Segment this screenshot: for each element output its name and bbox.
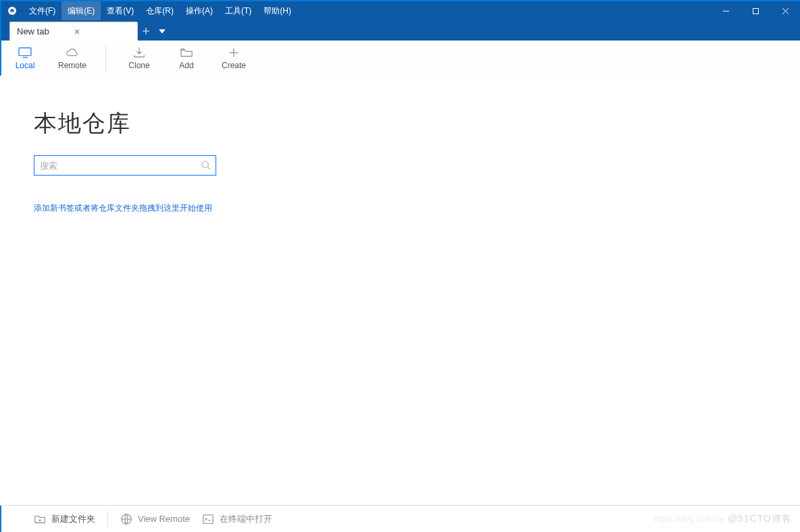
page-title: 本地仓库 [34,108,766,139]
empty-state-hint[interactable]: 添加新书签或者将仓库文件夹拖拽到这里开始使用 [34,203,766,214]
sb-separator [107,512,108,527]
svg-rect-2 [11,11,12,15]
download-icon [132,47,147,59]
sb-new-folder-label: 新建文件夹 [51,513,95,525]
close-button[interactable] [770,1,800,20]
folder-plus-icon [34,513,46,525]
tab-new[interactable]: New tab × [9,22,138,41]
tab-bar: New tab × [1,20,800,41]
svg-point-14 [202,161,208,167]
globe-icon [120,513,132,525]
nav-remote[interactable]: Remote [49,41,96,76]
sb-open-terminal[interactable]: 在终端中打开 [202,513,272,525]
monitor-icon [18,47,32,59]
folder-open-icon [179,47,194,59]
search-wrap [34,155,216,176]
action-create-label: Create [222,61,246,70]
svg-rect-4 [753,8,758,14]
sb-new-folder[interactable]: 新建文件夹 [34,513,95,525]
action-add[interactable]: Add [163,41,210,76]
minimize-button[interactable] [711,1,741,20]
menu-help[interactable]: 帮助(H) [257,1,297,20]
tab-dropdown-button[interactable] [154,22,170,41]
search-icon [201,160,211,172]
nav-remote-label: Remote [58,61,86,70]
action-create[interactable]: Create [210,41,257,76]
plus-icon [226,47,241,59]
menu-action[interactable]: 操作(A) [180,1,219,20]
menu-tools[interactable]: 工具(T) [219,1,257,20]
terminal-icon [202,513,214,525]
search-input[interactable] [34,155,216,176]
menu-file[interactable]: 文件(F) [23,1,61,20]
watermark-faint: https://blog.csdn.ne [654,514,724,524]
svg-rect-10 [19,48,31,56]
menu-bar: 文件(F) 编辑(E) 查看(V) 仓库(R) 操作(A) 工具(T) 帮助(H… [23,1,297,20]
nav-local[interactable]: Local [1,41,49,76]
sb-open-terminal-label: 在终端中打开 [220,513,272,525]
menu-edit[interactable]: 编辑(E) [61,1,101,20]
sb-view-remote[interactable]: View Remote [120,513,190,525]
toolbar: Local Remote Clone Add Create [1,41,800,77]
tab-close-icon[interactable]: × [72,27,132,36]
svg-rect-19 [203,514,213,523]
title-bar: 文件(F) 编辑(E) 查看(V) 仓库(R) 操作(A) 工具(T) 帮助(H… [1,1,800,20]
toolbar-separator [105,46,106,71]
svg-marker-9 [159,30,165,33]
action-clone[interactable]: Clone [116,41,163,76]
menu-view[interactable]: 查看(V) [101,1,140,20]
main-content: 本地仓库 添加新书签或者将仓库文件夹拖拽到这里开始使用 [1,76,800,505]
nav-local-label: Local [16,61,35,70]
cloud-icon [65,47,80,59]
action-add-label: Add [179,61,193,70]
sb-view-remote-label: View Remote [138,514,190,524]
action-clone-label: Clone [128,61,149,70]
svg-line-15 [207,167,210,169]
tab-title: New tab [17,26,72,36]
menu-repo[interactable]: 仓库(R) [140,1,180,20]
watermark: @51CTO博客 [728,513,792,525]
new-tab-button[interactable] [138,22,154,41]
app-logo [1,1,23,20]
window-controls [711,1,800,20]
maximize-button[interactable] [741,1,770,20]
